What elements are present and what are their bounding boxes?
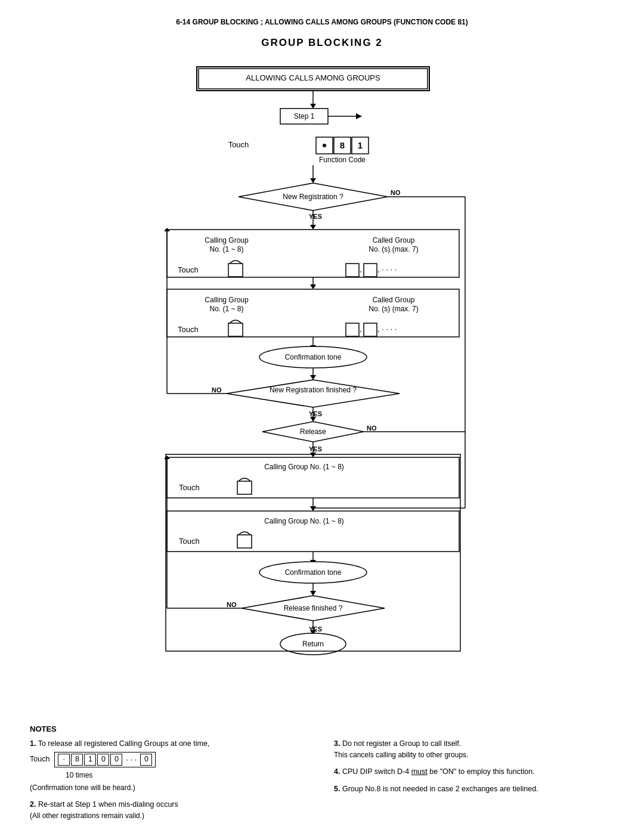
svg-text:NO: NO (391, 189, 401, 196)
svg-text:YES: YES (309, 410, 322, 417)
svg-text:YES: YES (309, 445, 322, 453)
svg-text:Function  Code: Function Code (319, 156, 366, 164)
svg-text:· · · ·: · · · · (382, 324, 397, 333)
svg-text:Return: Return (302, 640, 324, 648)
svg-marker-77 (310, 453, 316, 457)
svg-text:NO: NO (227, 601, 237, 608)
svg-rect-50 (346, 323, 359, 336)
svg-text:Confirmation tone: Confirmation tone (285, 568, 342, 577)
svg-text:Calling Group: Calling Group (205, 296, 249, 304)
svg-text:Called Group: Called Group (373, 236, 415, 244)
svg-text:Called Group: Called Group (373, 296, 415, 304)
svg-text:No. (1 ~ 8): No. (1 ~ 8) (209, 245, 243, 253)
note-2: 2. Re-start at Step 1 when mis-dialing o… (30, 799, 310, 821)
note-3: 3. Do not register a Group to call itsel… (334, 738, 614, 760)
svg-marker-70 (310, 417, 316, 422)
svg-text:No. (s) (max. 7): No. (s) (max. 7) (369, 305, 418, 313)
flowchart: ALLOWING CALLS AMONG GROUPS Step 1 Touch… (119, 61, 525, 707)
svg-text:Touch: Touch (178, 265, 199, 274)
note-1: 1. To release all registered Calling Gro… (30, 738, 310, 793)
diagram-title: GROUP BLOCKING 2 (30, 37, 614, 49)
svg-rect-52 (364, 323, 377, 336)
svg-rect-87 (237, 535, 252, 548)
svg-text:No. (1 ~ 8): No. (1 ~ 8) (209, 305, 243, 313)
notes-left: 1. To release all registered Calling Gro… (30, 738, 310, 827)
notes-right: 3. Do not register a Group to call itsel… (334, 738, 614, 827)
svg-text:,: , (360, 324, 362, 333)
svg-text:,: , (377, 265, 380, 274)
note-4: 4. CPU DIP switch D-4 must be "ON" to em… (334, 766, 614, 778)
svg-text:Step 1: Step 1 (294, 112, 315, 120)
svg-text:8: 8 (340, 140, 345, 150)
svg-rect-35 (228, 264, 243, 277)
svg-text:,: , (377, 324, 380, 333)
svg-rect-81 (237, 481, 252, 494)
svg-marker-4 (310, 104, 316, 109)
svg-marker-83 (310, 506, 316, 511)
svg-text:New Registration finished ?: New Registration finished ? (270, 386, 357, 394)
svg-text:YES: YES (309, 625, 322, 633)
svg-text:Calling Group No. (1 ~ 8): Calling Group No. (1 ~ 8) (264, 517, 344, 525)
svg-marker-93 (310, 591, 316, 596)
svg-text:No. (s) (max. 7): No. (s) (max. 7) (369, 245, 418, 253)
svg-text:Release: Release (300, 428, 326, 436)
notes-title: NOTES (30, 724, 614, 733)
svg-text:Calling Group No. (1 ~ 8): Calling Group No. (1 ~ 8) (264, 463, 344, 471)
svg-text:Release finished ?: Release finished ? (284, 604, 343, 612)
svg-text:Touch: Touch (179, 483, 200, 492)
svg-marker-18 (310, 178, 316, 183)
svg-text:YES: YES (309, 213, 322, 220)
svg-marker-24 (310, 225, 316, 230)
svg-text:Touch: Touch (228, 140, 249, 149)
svg-text:New Registration ?: New Registration ? (283, 193, 343, 201)
notes-section: NOTES 1. To release all registered Calli… (30, 724, 614, 827)
svg-point-11 (323, 144, 326, 147)
svg-text:Touch: Touch (179, 537, 200, 546)
svg-text:ALLOWING CALLS AMONG GROUPS: ALLOWING CALLS AMONG GROUPS (246, 73, 380, 82)
svg-text:NO: NO (212, 386, 222, 394)
svg-rect-38 (364, 264, 377, 277)
svg-text:Confirmation tone: Confirmation tone (285, 353, 342, 361)
note-key-sequence: · 8 1 0 0 · · · 0 (54, 752, 156, 767)
svg-rect-36 (346, 264, 359, 277)
svg-text:,: , (360, 265, 362, 274)
note-5: 5. Group No.8 is not needed in case 2 ex… (334, 784, 614, 795)
svg-text:1: 1 (358, 140, 363, 150)
svg-text:· · · ·: · · · · (382, 265, 397, 274)
svg-marker-42 (310, 284, 316, 289)
page-header: 6-14 GROUP BLOCKING ; ALLOWING CALLS AMO… (30, 18, 614, 26)
svg-text:NO: NO (367, 425, 377, 432)
svg-marker-60 (310, 375, 316, 380)
svg-marker-8 (356, 113, 362, 119)
svg-text:Calling Group: Calling Group (205, 236, 249, 244)
note-1-touch: Touch · 8 1 0 0 · · · 0 (30, 752, 310, 767)
svg-text:Touch: Touch (178, 325, 199, 334)
svg-rect-49 (228, 323, 243, 336)
